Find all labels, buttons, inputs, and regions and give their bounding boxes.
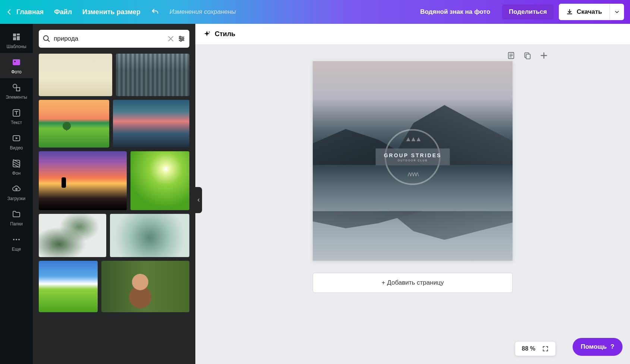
rail-video-label: Видео xyxy=(10,145,23,151)
svg-point-13 xyxy=(180,39,182,41)
badge-subtitle: OUTDOOR CLUB xyxy=(384,159,442,162)
download-icon xyxy=(566,9,573,15)
clear-search-button[interactable] xyxy=(167,35,174,42)
svg-point-7 xyxy=(13,239,15,240)
svg-point-8 xyxy=(16,239,17,240)
rail-text[interactable]: Текст xyxy=(0,104,33,129)
resize-menu[interactable]: Изменить размер xyxy=(82,8,141,16)
chevron-down-icon xyxy=(614,9,620,15)
logo-badge[interactable]: ▲▲▲ GROUP STRIDES OUTDOOR CLUB ʌʌʌʌ xyxy=(376,149,450,165)
help-label: Помощь xyxy=(581,343,607,351)
rail-background[interactable]: Фон xyxy=(0,154,33,180)
video-icon xyxy=(12,134,21,143)
design-page[interactable]: ▲▲▲ GROUP STRIDES OUTDOOR CLUB ʌʌʌʌ xyxy=(313,61,513,261)
svg-rect-3 xyxy=(16,88,20,91)
svg-point-11 xyxy=(179,36,181,38)
folder-icon xyxy=(12,210,21,219)
topbar-left: Главная Файл Изменить размер Изменения с… xyxy=(6,8,236,16)
rail-text-label: Текст xyxy=(11,120,22,125)
sliders-icon xyxy=(177,35,186,43)
canvas-area: Стиль ▲▲▲ GROUP STRIDES xyxy=(195,24,630,364)
svg-point-1 xyxy=(14,61,16,62)
home-link[interactable]: Главная xyxy=(6,8,44,16)
add-page-button[interactable] xyxy=(540,51,548,60)
background-icon xyxy=(12,159,21,168)
photo-thumb[interactable] xyxy=(110,214,189,257)
save-status: Изменения сохранены xyxy=(170,8,236,16)
fullscreen-button[interactable] xyxy=(542,345,549,352)
rail-photos[interactable]: Фото xyxy=(0,53,33,78)
svg-point-12 xyxy=(182,38,183,39)
share-button[interactable]: Поделиться xyxy=(502,4,554,19)
photo-thumb[interactable] xyxy=(116,54,189,96)
note-icon xyxy=(507,51,515,60)
search-icon xyxy=(42,35,51,43)
plus-icon xyxy=(540,51,548,60)
page-toolbar xyxy=(507,51,548,60)
photo-thumb[interactable] xyxy=(39,214,106,257)
rail-templates[interactable]: Шаблоны xyxy=(0,28,33,53)
templates-icon xyxy=(12,32,21,41)
topbar-right: Водяной знак на фото Поделиться Скачать xyxy=(413,4,624,20)
download-group: Скачать xyxy=(559,4,624,20)
rail-photos-label: Фото xyxy=(11,69,22,75)
search-filter-button[interactable] xyxy=(177,35,186,43)
expand-icon xyxy=(542,345,549,352)
rail-more[interactable]: Еще xyxy=(0,230,33,256)
svg-rect-16 xyxy=(526,54,530,59)
badge-title: GROUP STRIDES xyxy=(384,152,442,158)
photo-icon xyxy=(12,58,21,67)
download-caret[interactable] xyxy=(609,4,624,20)
rail-folders[interactable]: Папки xyxy=(0,205,33,230)
add-page-bar[interactable]: + Добавить страницу xyxy=(313,273,513,293)
workspace: Шаблоны Фото Элементы Текст Видео Фон За… xyxy=(0,24,630,364)
photo-thumb[interactable] xyxy=(113,100,189,148)
rail-background-label: Фон xyxy=(12,171,21,176)
zoom-control[interactable]: 88 % xyxy=(515,342,555,356)
text-icon xyxy=(12,108,21,117)
rail-uploads[interactable]: Загрузки xyxy=(0,180,33,205)
photo-thumb[interactable] xyxy=(39,151,127,210)
badge-band: GROUP STRIDES OUTDOOR CLUB xyxy=(376,149,450,165)
style-label: Стиль xyxy=(215,30,235,38)
rail-elements-label: Элементы xyxy=(6,95,27,100)
close-icon xyxy=(167,35,174,42)
photo-grid[interactable] xyxy=(33,54,195,364)
elements-icon xyxy=(12,83,21,92)
badge-decor-top: ▲▲▲ xyxy=(405,135,420,143)
style-button[interactable]: Стиль xyxy=(203,30,235,38)
stage[interactable]: ▲▲▲ GROUP STRIDES OUTDOOR CLUB ʌʌʌʌ + До… xyxy=(195,45,630,364)
rail-uploads-label: Загрузки xyxy=(7,196,25,201)
photo-thumb[interactable] xyxy=(101,261,189,312)
duplicate-page-button[interactable] xyxy=(523,51,532,60)
rail-elements[interactable]: Элементы xyxy=(0,78,33,104)
photos-panel xyxy=(33,24,195,364)
help-button[interactable]: Помощь ? xyxy=(573,338,623,356)
zoom-value: 88 % xyxy=(522,345,535,352)
watermark-button[interactable]: Водяной знак на фото xyxy=(413,4,497,19)
badge-decor-bottom: ʌʌʌʌ xyxy=(407,170,418,178)
copy-icon xyxy=(523,51,532,60)
context-toolbar: Стиль xyxy=(195,24,630,45)
sparkle-icon xyxy=(203,30,211,38)
side-rail: Шаблоны Фото Элементы Текст Видео Фон За… xyxy=(0,24,33,364)
photo-thumb[interactable] xyxy=(39,54,112,96)
search-box xyxy=(39,30,189,48)
photo-thumb[interactable] xyxy=(39,261,98,312)
home-label: Главная xyxy=(16,8,44,16)
photo-thumb[interactable] xyxy=(39,100,109,148)
rail-more-label: Еще xyxy=(12,247,21,252)
svg-point-9 xyxy=(18,239,20,240)
chevron-left-icon xyxy=(6,9,13,15)
rail-templates-label: Шаблоны xyxy=(6,44,26,49)
download-button[interactable]: Скачать xyxy=(559,4,609,20)
page-notes-button[interactable] xyxy=(507,51,515,60)
download-label: Скачать xyxy=(577,8,602,16)
top-bar: Главная Файл Изменить размер Изменения с… xyxy=(0,0,630,24)
file-menu[interactable]: Файл xyxy=(54,8,72,16)
question-icon: ? xyxy=(611,343,614,351)
photo-thumb[interactable] xyxy=(130,151,189,210)
rail-video[interactable]: Видео xyxy=(0,129,33,154)
search-input[interactable] xyxy=(54,35,164,42)
undo-button[interactable] xyxy=(151,8,159,16)
